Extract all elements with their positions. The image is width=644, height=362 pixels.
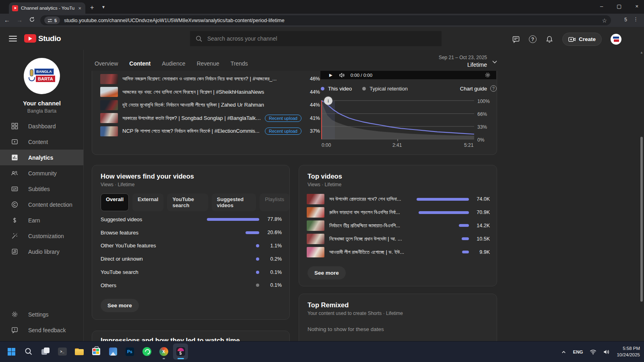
account-avatar[interactable]: [611, 34, 621, 45]
wifi-icon[interactable]: [590, 349, 597, 355]
video-row[interactable]: দুই নেতার মুখোমুখি বিতর্ক: নির্বাচনে আওয…: [100, 99, 320, 112]
retention-chart[interactable]: [321, 99, 474, 141]
url-text[interactable]: studio.youtube.com/channel/UCDndvzeAjoW1…: [64, 18, 599, 23]
video-title[interactable]: নির্বাচনে তীব্র প্রতিদ্বন্দ্বিতা জামায়া…: [329, 222, 412, 229]
volume-icon[interactable]: [339, 72, 345, 78]
taskbar-app-button[interactable]: X: [156, 343, 171, 360]
scroll-up-arrow[interactable]: ▲: [640, 51, 643, 54]
site-settings-badge[interactable]: 5: [44, 16, 60, 24]
info-icon[interactable]: i: [324, 97, 332, 105]
taskbar-clock[interactable]: 5:58 PM 10/24/2025: [617, 346, 640, 358]
video-row[interactable]: সরকারের উপদেষ্টারা কতটা বিশ্বস্ত? | Song…: [100, 112, 320, 125]
video-thumbnail[interactable]: [100, 126, 118, 136]
video-row[interactable]: NCP কি শাপলা পেতে যাচ্ছে? নির্বাচন কমিশন…: [100, 125, 320, 138]
reload-button[interactable]: [29, 16, 35, 23]
sidebar-item-analytics[interactable]: Analytics: [0, 150, 83, 165]
video-thumbnail[interactable]: [100, 87, 118, 97]
feedback-icon[interactable]: [512, 35, 520, 43]
extensions-badge[interactable]: 5: [624, 17, 627, 23]
taskbar-task-view-button[interactable]: [38, 343, 53, 360]
sidebar-item-audio-library[interactable]: Audio library: [0, 244, 83, 259]
taskbar-store-button[interactable]: [89, 343, 103, 360]
sidebar-item-send-feedback[interactable]: Send feedback: [0, 322, 83, 338]
window-close-button[interactable]: ×: [635, 3, 638, 9]
search-input[interactable]: [207, 35, 436, 42]
tab-audience[interactable]: Audience: [162, 60, 185, 67]
chip-external[interactable]: External: [132, 193, 163, 211]
date-range-selector[interactable]: Sep 21 – Oct 23, 2025 Lifetime: [439, 55, 487, 68]
chip-youtube-search[interactable]: YouTube search: [167, 193, 208, 211]
video-title[interactable]: রুমিন ফারহানা বাদ পড়লেন বিএনপির নির্বা.…: [329, 209, 412, 216]
top-video-row[interactable]: রুমিন ফারহানা বাদ পড়লেন বিএনপির নির্বা.…: [307, 206, 490, 219]
sidebar-item-content-detection[interactable]: Content detection: [0, 197, 83, 212]
sidebar-item-settings[interactable]: Settings: [0, 306, 83, 322]
video-thumbnail[interactable]: [100, 74, 118, 84]
sidebar-item-content[interactable]: Content: [0, 134, 83, 150]
chevron-down-icon[interactable]: [491, 59, 498, 65]
taskbar-start-button[interactable]: [4, 343, 19, 360]
taskbar-whatsapp-button[interactable]: [139, 343, 154, 360]
video-title[interactable]: নিষেধাজ্ঞা তুলে নিচ্ছে প্রধান উপদেষ্টা |…: [329, 236, 412, 242]
video-title[interactable]: সরকারের উপদেষ্টারা কতটা বিশ্বস্ত? | Song…: [122, 115, 262, 121]
video-title[interactable]: আজকের বড় খবর: শেখ হাসিনা দেশে ফিরছেন | …: [122, 89, 302, 95]
channel-avatar[interactable]: BANGLA BARTA: [24, 58, 60, 94]
tab-content[interactable]: Content: [129, 60, 151, 67]
see-more-button[interactable]: See more: [101, 299, 139, 312]
chip-overall[interactable]: Overall: [101, 193, 129, 211]
see-more-button[interactable]: See more: [308, 266, 346, 280]
sidebar-item-subtitles[interactable]: Subtitles: [0, 181, 83, 197]
bookmark-star-icon[interactable]: ☆: [602, 17, 607, 24]
address-bar[interactable]: 5 studio.youtube.com/channel/UCDndvzeAjo…: [40, 15, 611, 25]
new-tab-button[interactable]: +: [90, 4, 94, 11]
window-maximize-button[interactable]: ▢: [617, 3, 621, 9]
studio-logo[interactable]: Studio: [24, 34, 61, 43]
player-settings-gear-icon[interactable]: [485, 72, 491, 78]
volume-icon[interactable]: [603, 349, 610, 355]
tab-trends[interactable]: Trends: [231, 60, 248, 67]
video-thumbnail[interactable]: [307, 234, 324, 244]
video-title[interactable]: NCP কি শাপলা পেতে যাচ্ছে? নির্বাচন কমিশন…: [122, 128, 262, 134]
video-thumbnail[interactable]: [307, 194, 324, 204]
video-title[interactable]: দুই নেতার মুখোমুখি বিতর্ক: নির্বাচনে আওয…: [122, 102, 302, 108]
tray-expand-chevron-icon[interactable]: [561, 350, 566, 355]
help-icon[interactable]: ?: [529, 35, 537, 43]
video-title[interactable]: সব উপদেষ্টা গ্রেফতারের পথে? শেখ হাসিনা..…: [329, 196, 412, 202]
sidebar-item-customization[interactable]: Customization: [0, 228, 83, 244]
video-thumbnail[interactable]: [100, 100, 118, 110]
taskbar-search-button[interactable]: [21, 343, 36, 360]
notifications-bell-icon[interactable]: [545, 35, 553, 43]
language-indicator[interactable]: ENG: [573, 350, 583, 354]
taskbar-terminal-button[interactable]: >_: [55, 343, 70, 360]
top-video-row[interactable]: সব উপদেষ্টা গ্রেফতারের পথে? শেখ হাসিনা..…: [307, 193, 490, 206]
video-title[interactable]: আসিফ নজরুল বিশ্লেষণ: সেনাপ্রধান ও ওয়াকা…: [122, 76, 302, 82]
sidebar-item-dashboard[interactable]: Dashboard: [0, 118, 83, 134]
tab-overview[interactable]: Overview: [95, 60, 118, 67]
browser-tab[interactable]: Channel analytics - YouTube Stu ×: [9, 2, 85, 14]
chart-guide-link[interactable]: Chart guide ?: [460, 85, 497, 92]
play-button-icon[interactable]: ▶: [329, 73, 332, 77]
taskbar-browser-button[interactable]: 5: [173, 343, 188, 360]
sidebar-item-earn[interactable]: Earn: [0, 212, 83, 228]
video-thumbnail[interactable]: [307, 207, 324, 218]
top-video-row[interactable]: নির্বাচনে তীব্র প্রতিদ্বন্দ্বিতা জামায়া…: [307, 219, 490, 232]
taskbar-photoshop-button[interactable]: Ps: [122, 343, 137, 360]
browser-menu-icon[interactable]: ⋮: [633, 16, 638, 22]
chart-guide-help-icon[interactable]: ?: [490, 85, 497, 92]
scrollbar-thumb[interactable]: [640, 137, 643, 302]
video-title[interactable]: আওয়ামী লীগ রাজনীতিতে এগোচ্ছে | ড. ইউ...: [329, 249, 412, 255]
video-thumbnail[interactable]: [307, 220, 324, 231]
video-row[interactable]: আজকের বড় খবর: শেখ হাসিনা দেশে ফিরছেন | …: [100, 86, 320, 99]
chip-suggested-videos[interactable]: Suggested videos: [212, 193, 256, 211]
top-video-row[interactable]: আওয়ামী লীগ রাজনীতিতে এগোচ্ছে | ড. ইউ...…: [307, 245, 490, 259]
tab-close-icon[interactable]: ×: [77, 5, 82, 11]
back-button[interactable]: ←: [4, 16, 10, 23]
forward-button[interactable]: →: [17, 16, 23, 23]
channel-search[interactable]: [190, 31, 442, 46]
taskbar-file-explorer-button[interactable]: [72, 343, 87, 360]
window-minimize-button[interactable]: –: [600, 3, 603, 9]
sidebar-item-community[interactable]: Community: [0, 165, 83, 181]
taskbar-photos-button[interactable]: [105, 343, 120, 360]
top-video-row[interactable]: নিষেধাজ্ঞা তুলে নিচ্ছে প্রধান উপদেষ্টা |…: [307, 232, 490, 245]
video-thumbnail[interactable]: [100, 113, 118, 123]
create-button[interactable]: Create: [562, 33, 602, 46]
